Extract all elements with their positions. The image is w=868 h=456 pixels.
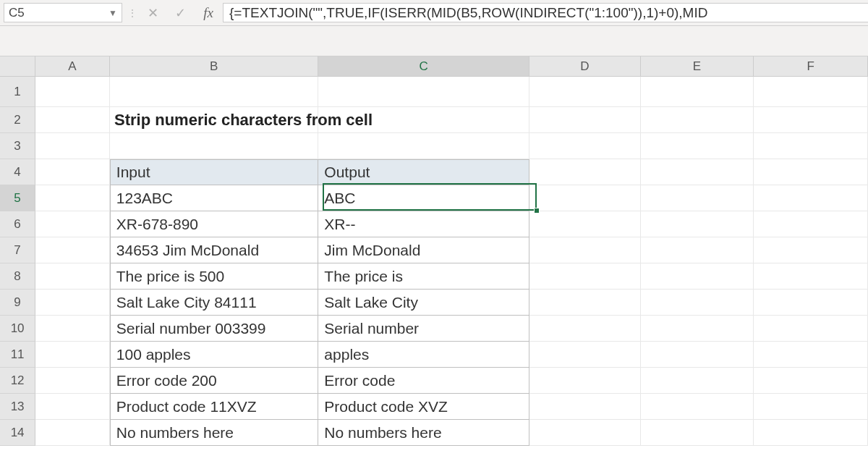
cell-C11[interactable]: apples: [318, 342, 529, 368]
fx-icon[interactable]: fx: [194, 0, 223, 25]
cell-A13[interactable]: [35, 394, 110, 420]
col-header-E[interactable]: E: [641, 56, 754, 77]
cell-E11[interactable]: [641, 342, 754, 368]
cell-D14[interactable]: [529, 420, 641, 446]
cell-E10[interactable]: [641, 316, 754, 342]
formula-input[interactable]: {=TEXTJOIN("",TRUE,IF(ISERR(MID(B5,ROW(I…: [223, 3, 868, 22]
cell-A12[interactable]: [35, 368, 110, 394]
cell-E6[interactable]: [641, 211, 754, 237]
cell-D3[interactable]: [529, 133, 641, 159]
cell-E7[interactable]: [641, 237, 754, 263]
row-header-6[interactable]: 6: [0, 211, 35, 237]
cell-C13[interactable]: Product code XVZ: [318, 394, 529, 420]
cell-A6[interactable]: [35, 211, 110, 237]
col-header-D[interactable]: D: [529, 56, 641, 77]
cell-F12[interactable]: [754, 368, 868, 394]
cell-B9[interactable]: Salt Lake City 84111: [110, 290, 319, 316]
cell-B7[interactable]: 34653 Jim McDonald: [110, 237, 319, 263]
cell-A1[interactable]: [35, 77, 110, 107]
cell-C12[interactable]: Error code: [318, 368, 529, 394]
cell-F7[interactable]: [754, 237, 868, 263]
cell-E1[interactable]: [641, 77, 754, 107]
cell-E5[interactable]: [641, 185, 754, 211]
cell-A7[interactable]: [35, 237, 110, 263]
cell-C7[interactable]: Jim McDonald: [318, 237, 529, 263]
cell-C5[interactable]: ABC: [318, 185, 529, 211]
col-header-F[interactable]: F: [754, 56, 868, 77]
cell-A8[interactable]: [35, 263, 110, 290]
cell-E13[interactable]: [641, 394, 754, 420]
cell-E9[interactable]: [641, 290, 754, 316]
row-header-5[interactable]: 5: [0, 185, 35, 211]
cell-C10[interactable]: Serial number: [318, 316, 529, 342]
row-header-11[interactable]: 11: [0, 342, 35, 368]
col-header-A[interactable]: A: [35, 56, 109, 77]
cell-B13[interactable]: Product code 11XVZ: [110, 394, 319, 420]
cell-F10[interactable]: [754, 316, 868, 342]
cell-D6[interactable]: [529, 211, 641, 237]
row-header-4[interactable]: 4: [0, 159, 35, 185]
cell-B8[interactable]: The price is 500: [110, 263, 319, 290]
cell-B1[interactable]: [110, 77, 319, 107]
cell-D2[interactable]: [529, 107, 641, 133]
cell-B12[interactable]: Error code 200: [110, 368, 319, 394]
cell-C6[interactable]: XR--: [318, 211, 529, 237]
select-all-corner[interactable]: [0, 56, 35, 77]
row-header-9[interactable]: 9: [0, 290, 35, 316]
cell-A3[interactable]: [35, 133, 110, 159]
cell-E14[interactable]: [641, 420, 754, 446]
cell-B14[interactable]: No numbers here: [110, 420, 319, 446]
col-header-C[interactable]: C: [318, 56, 529, 77]
cell-D9[interactable]: [529, 290, 641, 316]
cell-A11[interactable]: [35, 342, 110, 368]
cell-B11[interactable]: 100 apples: [110, 342, 319, 368]
cell-A9[interactable]: [35, 290, 110, 316]
cell-D13[interactable]: [529, 394, 641, 420]
cell-E2[interactable]: [641, 107, 754, 133]
cell-E3[interactable]: [641, 133, 754, 159]
cell-F9[interactable]: [754, 290, 868, 316]
row-header-14[interactable]: 14: [0, 420, 35, 446]
table-header-input[interactable]: Input: [110, 159, 319, 185]
cell-F11[interactable]: [754, 342, 868, 368]
cell-B5[interactable]: 123ABC: [110, 185, 319, 211]
cell-F3[interactable]: [754, 133, 868, 159]
row-header-2[interactable]: 2: [0, 107, 35, 133]
cell-C2[interactable]: [318, 107, 529, 133]
cell-A14[interactable]: [35, 420, 110, 446]
cell-F6[interactable]: [754, 211, 868, 237]
name-box[interactable]: C5 ▼: [4, 3, 122, 22]
cell-C8[interactable]: The price is: [318, 263, 529, 290]
row-header-3[interactable]: 3: [0, 133, 35, 159]
cell-F13[interactable]: [754, 394, 868, 420]
row-header-8[interactable]: 8: [0, 263, 35, 290]
cell-E4[interactable]: [641, 159, 754, 185]
col-header-B[interactable]: B: [110, 56, 319, 77]
cell-F5[interactable]: [754, 185, 868, 211]
fill-handle[interactable]: [534, 208, 540, 214]
cell-C1[interactable]: [318, 77, 529, 107]
cell-D4[interactable]: [529, 159, 641, 185]
row-header-7[interactable]: 7: [0, 237, 35, 263]
cell-E12[interactable]: [641, 368, 754, 394]
cell-C9[interactable]: Salt Lake City: [318, 290, 529, 316]
row-header-12[interactable]: 12: [0, 368, 35, 394]
cell-B2[interactable]: [110, 107, 319, 133]
cell-A5[interactable]: [35, 185, 110, 211]
row-header-1[interactable]: 1: [0, 77, 35, 107]
cell-F8[interactable]: [754, 263, 868, 290]
row-header-13[interactable]: 13: [0, 394, 35, 420]
table-header-output[interactable]: Output: [318, 159, 529, 185]
cell-B3[interactable]: [110, 133, 319, 159]
cell-F4[interactable]: [754, 159, 868, 185]
cell-D12[interactable]: [529, 368, 641, 394]
cell-D11[interactable]: [529, 342, 641, 368]
cell-C3[interactable]: [318, 133, 529, 159]
cell-D5[interactable]: [529, 185, 641, 211]
cell-B10[interactable]: Serial number 003399: [110, 316, 319, 342]
name-box-dropdown-icon[interactable]: ▼: [109, 8, 117, 18]
cell-D10[interactable]: [529, 316, 641, 342]
cell-F14[interactable]: [754, 420, 868, 446]
row-header-10[interactable]: 10: [0, 316, 35, 342]
cell-B6[interactable]: XR-678-890: [110, 211, 319, 237]
